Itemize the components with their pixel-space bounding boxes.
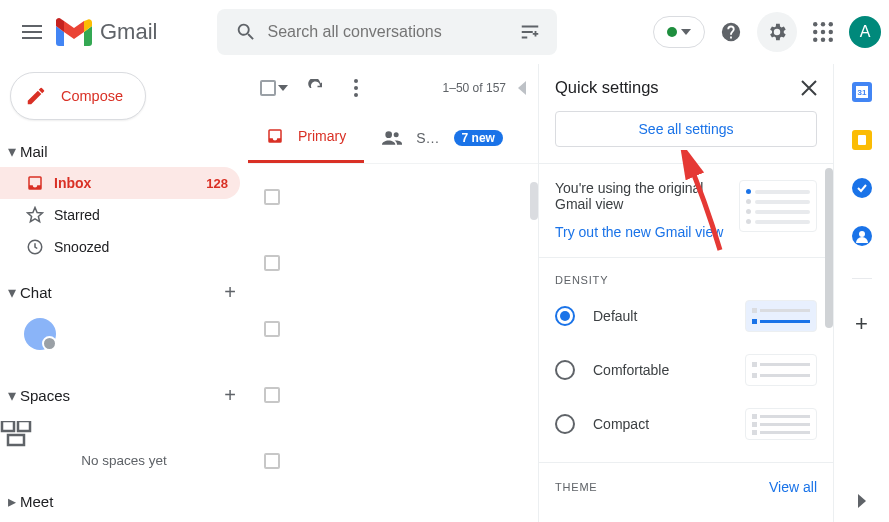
new-badge: 7 new	[454, 130, 503, 146]
prev-page-button[interactable]	[518, 81, 526, 95]
row-checkbox[interactable]	[264, 321, 280, 337]
chat-avatar[interactable]	[24, 318, 56, 350]
try-new-view-link[interactable]: Try out the new Gmail view	[555, 224, 723, 240]
close-button[interactable]	[801, 80, 817, 96]
svg-rect-10	[2, 421, 14, 431]
support-button[interactable]	[711, 12, 751, 52]
svg-point-25	[859, 231, 865, 237]
svg-point-8	[829, 38, 833, 42]
svg-point-23	[852, 178, 872, 198]
account-avatar[interactable]: A	[849, 16, 881, 48]
tab-social[interactable]: S… 7 new	[364, 112, 521, 163]
spaces-section-header[interactable]: ▾ Spaces +	[0, 378, 248, 413]
mail-row[interactable]	[248, 230, 538, 296]
add-addon-button[interactable]: +	[855, 311, 868, 337]
svg-point-1	[821, 22, 825, 26]
mail-row[interactable]	[248, 362, 538, 428]
row-checkbox[interactable]	[264, 387, 280, 403]
nav-snoozed[interactable]: Snoozed	[0, 231, 240, 263]
side-panel: 31 +	[833, 64, 889, 522]
nav-inbox[interactable]: Inbox 128	[0, 167, 240, 199]
view-message: You're using the original Gmail view	[555, 180, 727, 212]
caret-down-icon: ▾	[4, 283, 20, 302]
scrollbar[interactable]	[825, 168, 833, 328]
pager-text: 1–50 of 157	[443, 81, 506, 95]
svg-point-0	[813, 22, 817, 26]
density-preview-icon	[745, 354, 817, 386]
mail-list	[248, 164, 538, 522]
main-menu-button[interactable]	[8, 8, 56, 56]
people-icon	[382, 131, 402, 145]
caret-down-icon: ▾	[4, 142, 20, 161]
svg-point-16	[386, 131, 393, 138]
compose-button[interactable]: Compose	[10, 72, 146, 120]
star-icon	[26, 206, 54, 224]
density-comfortable[interactable]: Comfortable	[555, 354, 817, 386]
inbox-icon	[26, 174, 54, 192]
search-bar[interactable]	[217, 9, 557, 55]
keep-icon[interactable]	[852, 130, 872, 150]
status-indicator[interactable]	[653, 16, 705, 48]
spaces-empty-icon	[0, 421, 248, 447]
category-tabs: Primary S… 7 new	[248, 112, 538, 164]
row-checkbox[interactable]	[264, 453, 280, 469]
scrollbar[interactable]	[530, 182, 538, 220]
row-checkbox[interactable]	[264, 255, 280, 271]
inbox-icon	[266, 127, 284, 145]
mail-section-header[interactable]: ▾ Mail	[0, 136, 248, 167]
new-space-button[interactable]: +	[224, 384, 236, 407]
density-preview-icon	[745, 300, 817, 332]
calendar-icon[interactable]: 31	[852, 82, 872, 102]
gmail-icon	[56, 18, 92, 46]
contacts-icon[interactable]	[852, 226, 872, 246]
mail-toolbar: 1–50 of 157	[248, 64, 538, 112]
refresh-button[interactable]	[298, 70, 334, 106]
gmail-logo[interactable]: Gmail	[56, 18, 157, 46]
density-label: DENSITY	[555, 274, 817, 286]
svg-point-2	[829, 22, 833, 26]
view-preview-icon	[739, 180, 817, 232]
svg-rect-11	[18, 421, 30, 431]
mail-row[interactable]	[248, 296, 538, 362]
radio-icon	[555, 414, 575, 434]
svg-point-5	[829, 30, 833, 34]
settings-button[interactable]	[757, 12, 797, 52]
new-chat-button[interactable]: +	[224, 281, 236, 304]
view-all-themes-link[interactable]: View all	[769, 479, 817, 495]
search-input[interactable]	[267, 23, 511, 41]
caret-down-icon: ▾	[4, 386, 20, 405]
meet-section-header[interactable]: ▸ Meet	[0, 486, 248, 517]
no-spaces-text: No spaces yet	[0, 453, 248, 468]
hide-panel-button[interactable]	[858, 494, 866, 508]
svg-point-13	[354, 79, 358, 83]
svg-point-3	[813, 30, 817, 34]
theme-label: THEME	[555, 481, 598, 493]
caret-right-icon: ▸	[4, 492, 20, 511]
see-all-settings-button[interactable]: See all settings	[555, 111, 817, 147]
chat-section-header[interactable]: ▾ Chat +	[0, 275, 248, 310]
mail-row[interactable]	[248, 164, 538, 230]
mail-row[interactable]	[248, 428, 538, 494]
density-compact[interactable]: Compact	[555, 408, 817, 440]
app-name: Gmail	[100, 19, 157, 45]
svg-rect-22	[858, 135, 866, 145]
row-checkbox[interactable]	[264, 189, 280, 205]
header: Gmail A	[0, 0, 889, 64]
svg-point-4	[821, 30, 825, 34]
radio-icon	[555, 360, 575, 380]
active-dot-icon	[667, 27, 677, 37]
tab-primary[interactable]: Primary	[248, 112, 364, 163]
svg-rect-12	[8, 435, 24, 445]
svg-point-6	[813, 38, 817, 42]
pencil-icon	[25, 85, 47, 107]
svg-point-14	[354, 86, 358, 90]
nav-starred[interactable]: Starred	[0, 199, 240, 231]
select-all-checkbox[interactable]	[260, 80, 294, 96]
search-options-icon[interactable]	[511, 21, 549, 43]
density-default[interactable]: Default	[555, 300, 817, 332]
tasks-icon[interactable]	[852, 178, 872, 198]
apps-button[interactable]	[803, 12, 843, 52]
svg-point-7	[821, 38, 825, 42]
more-button[interactable]	[338, 70, 374, 106]
svg-text:31: 31	[857, 88, 866, 97]
